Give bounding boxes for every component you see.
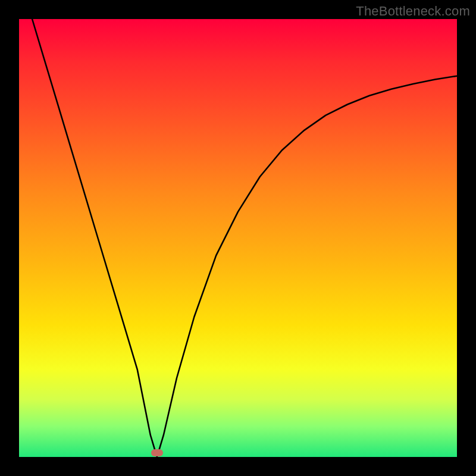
chart-container: TheBottleneck.com <box>0 0 476 476</box>
plot-area <box>19 19 457 457</box>
watermark-label: TheBottleneck.com <box>356 4 470 19</box>
minimum-marker <box>151 449 163 456</box>
bottleneck-curve <box>19 19 457 457</box>
